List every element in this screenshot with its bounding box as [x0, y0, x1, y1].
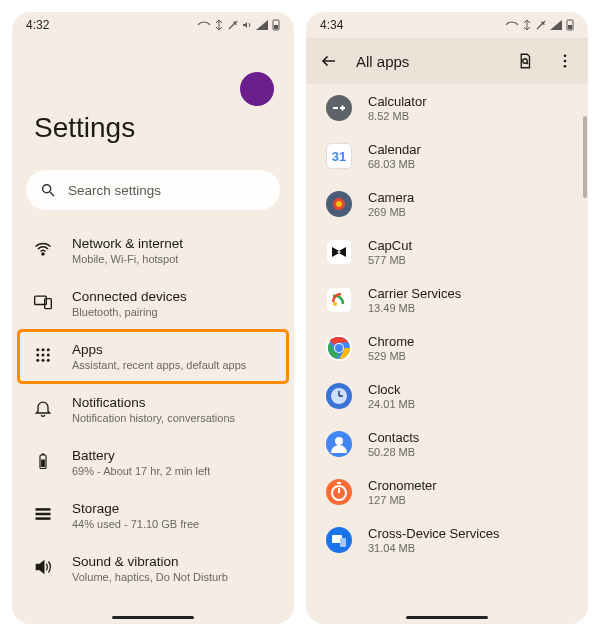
svg-point-15	[47, 359, 50, 362]
svg-line-3	[50, 192, 54, 196]
svg-rect-20	[36, 513, 51, 516]
app-icon	[326, 479, 352, 505]
app-icon	[326, 431, 352, 457]
app-name: Camera	[368, 190, 414, 205]
row-subtitle: 69% - About 17 hr, 2 min left	[72, 465, 210, 477]
gesture-bar	[306, 610, 588, 624]
battery-icon	[32, 450, 54, 472]
app-row-camera[interactable]: Camera269 MB	[306, 180, 588, 228]
status-icons	[506, 19, 574, 31]
app-icon	[326, 191, 352, 217]
row-title: Storage	[72, 501, 199, 516]
status-bar: 4:34	[306, 12, 588, 38]
settings-row-notif[interactable]: NotificationsNotification history, conve…	[18, 383, 288, 436]
settings-row-network[interactable]: Network & internetMobile, Wi-Fi, hotspot	[18, 224, 288, 277]
app-size: 577 MB	[368, 254, 412, 266]
app-size: 24.01 MB	[368, 398, 415, 410]
row-subtitle: Mobile, Wi-Fi, hotspot	[72, 253, 183, 265]
svg-point-43	[335, 344, 343, 352]
app-size: 269 MB	[368, 206, 414, 218]
search-settings[interactable]: Search settings	[26, 170, 280, 210]
row-title: Network & internet	[72, 236, 183, 251]
clock-time: 4:34	[320, 18, 506, 32]
allapps-screen: 4:34 All apps Calculator8.52 MB31Calenda…	[306, 12, 588, 624]
scrollbar[interactable]	[583, 116, 587, 198]
app-size: 127 MB	[368, 494, 437, 506]
app-name: Calendar	[368, 142, 421, 157]
svg-point-12	[47, 354, 50, 357]
svg-point-10	[36, 354, 39, 357]
app-row-calendar[interactable]: 31Calendar68.03 MB	[306, 132, 588, 180]
svg-point-49	[335, 437, 343, 445]
svg-point-2	[43, 185, 51, 193]
app-icon	[326, 383, 352, 409]
svg-point-8	[42, 348, 45, 351]
svg-rect-23	[568, 25, 572, 29]
settings-row-battery[interactable]: Battery69% - About 17 hr, 2 min left	[18, 436, 288, 489]
app-row-capcut[interactable]: CapCut577 MB	[306, 228, 588, 276]
app-name: Cross-Device Services	[368, 526, 499, 541]
svg-point-29	[564, 65, 567, 68]
app-row-cronometer[interactable]: Cronometer127 MB	[306, 468, 588, 516]
status-bar: 4:32	[12, 12, 294, 38]
app-row-chrome[interactable]: Chrome529 MB	[306, 324, 588, 372]
settings-row-sound[interactable]: Sound & vibrationVolume, haptics, Do Not…	[18, 542, 288, 595]
svg-point-28	[564, 60, 567, 63]
svg-point-30	[326, 95, 352, 121]
app-name: Calculator	[368, 94, 427, 109]
app-row-contacts[interactable]: Contacts50.28 MB	[306, 420, 588, 468]
svg-rect-1	[274, 25, 278, 29]
app-icon	[326, 335, 352, 361]
more-vert-icon	[556, 52, 574, 70]
svg-point-14	[42, 359, 45, 362]
apps-icon	[32, 344, 54, 366]
app-icon	[326, 239, 352, 265]
gesture-bar	[12, 610, 294, 624]
svg-point-7	[36, 348, 39, 351]
page-title: Settings	[34, 112, 276, 144]
svg-rect-56	[340, 538, 346, 547]
settings-list: Network & internetMobile, Wi-Fi, hotspot…	[12, 224, 294, 610]
svg-rect-19	[36, 508, 51, 511]
svg-rect-21	[36, 517, 51, 520]
app-name: Contacts	[368, 430, 419, 445]
overflow-menu-button[interactable]	[552, 48, 578, 74]
back-icon	[320, 52, 338, 70]
app-size: 68.03 MB	[368, 158, 421, 170]
app-icon	[326, 287, 352, 313]
app-size: 529 MB	[368, 350, 414, 362]
settings-screen: 4:32 Settings Search settings Network & …	[12, 12, 294, 624]
app-row-carrier-services[interactable]: Carrier Services13.49 MB	[306, 276, 588, 324]
back-button[interactable]	[316, 48, 342, 74]
app-row-clock[interactable]: Clock24.01 MB	[306, 372, 588, 420]
row-title: Sound & vibration	[72, 554, 228, 569]
svg-rect-31	[333, 107, 338, 109]
search-in-page-button[interactable]	[512, 48, 538, 74]
settings-row-connected[interactable]: Connected devicesBluetooth, pairing	[18, 277, 288, 330]
row-title: Connected devices	[72, 289, 187, 304]
bell-icon	[32, 397, 54, 419]
wifi-icon	[32, 238, 54, 260]
app-row-calculator[interactable]: Calculator8.52 MB	[306, 84, 588, 132]
row-subtitle: 44% used - 71.10 GB free	[72, 518, 199, 530]
svg-rect-37	[327, 240, 351, 264]
settings-hero: Settings	[12, 38, 294, 170]
row-subtitle: Assistant, recent apps, default apps	[72, 359, 246, 371]
app-row-cross-device-services[interactable]: Cross-Device Services31.04 MB	[306, 516, 588, 564]
settings-row-apps[interactable]: AppsAssistant, recent apps, default apps	[18, 330, 288, 383]
app-size: 13.49 MB	[368, 302, 461, 314]
svg-rect-53	[337, 482, 341, 484]
svg-point-11	[42, 354, 45, 357]
storage-icon	[32, 503, 54, 525]
svg-point-36	[336, 201, 342, 207]
devices-icon	[32, 291, 54, 313]
app-icon: 31	[326, 143, 352, 169]
app-name: Cronometer	[368, 478, 437, 493]
app-list[interactable]: Calculator8.52 MB31Calendar68.03 MBCamer…	[306, 84, 588, 610]
svg-point-4	[42, 253, 44, 255]
search-placeholder: Search settings	[68, 183, 161, 198]
row-subtitle: Bluetooth, pairing	[72, 306, 187, 318]
svg-rect-33	[342, 106, 344, 111]
settings-row-storage[interactable]: Storage44% used - 71.10 GB free	[18, 489, 288, 542]
profile-avatar[interactable]	[240, 72, 274, 106]
